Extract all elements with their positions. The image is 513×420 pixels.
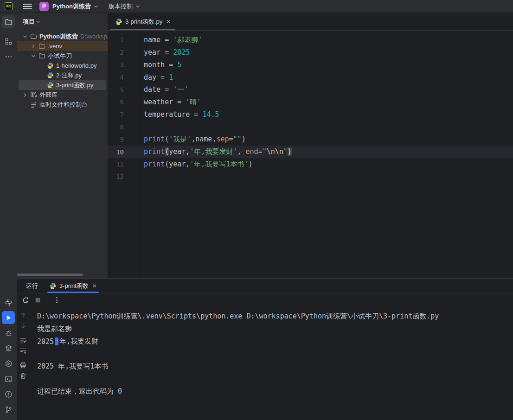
code-text: print(year,'年,我要发财', end="\n\n") — [143, 147, 292, 156]
problems-icon — [5, 390, 13, 398]
code-line-7[interactable]: 7temperature = 14.5 — [108, 108, 513, 121]
terminal-icon — [5, 375, 13, 383]
project-selector-label: Python训练营 — [52, 2, 91, 11]
line-number[interactable]: 1 — [108, 36, 143, 44]
line-number[interactable]: 8 — [108, 123, 143, 131]
code-line-9[interactable]: 9print('我是',name,sep="") — [108, 133, 513, 146]
run-panel: 运行 3-print函数 ✕ D:\workspace\Python训练营\.v… — [17, 278, 513, 420]
tree-item-3-print函数.py[interactable]: 3-print函数.py — [17, 80, 108, 90]
run-tab[interactable]: 3-print函数 ✕ — [45, 279, 102, 293]
run-tab-label: 3-print函数 — [59, 282, 89, 290]
print-button[interactable] — [18, 360, 28, 370]
tree-item-2-注释.py[interactable]: 2-注释.py — [17, 70, 108, 80]
rerun-button[interactable] — [20, 295, 31, 305]
chevron-spacer — [38, 62, 46, 70]
console-output[interactable]: D:\workspace\Python训练营\.venv\Scripts\pyt… — [30, 306, 513, 420]
tool-strip-top — [2, 15, 15, 65]
next-occurrence-button[interactable] — [18, 321, 28, 331]
line-number[interactable]: 5 — [108, 86, 143, 94]
run-toolbar — [17, 293, 513, 306]
chevron-down-icon[interactable] — [21, 33, 29, 40]
left-tool-strip — [0, 13, 17, 420]
stop-button[interactable] — [32, 295, 43, 305]
horizontal-scrollbar[interactable] — [17, 274, 83, 276]
tool-more-tools-button[interactable] — [2, 50, 15, 63]
tree-item-label: 小试牛刀 — [48, 52, 72, 60]
tree-item-Python训练营[interactable]: Python训练营D:\workspace\P — [17, 32, 108, 41]
code-line-12[interactable]: 12 — [108, 171, 513, 183]
play-icon — [5, 314, 13, 322]
code-line-6[interactable]: 6weather = '晴' — [108, 96, 513, 108]
chevron-right-icon[interactable] — [21, 91, 29, 99]
code-area[interactable]: 1name = '郝老狮'2year = 20253month = 54day … — [108, 31, 513, 278]
console-line — [37, 348, 513, 360]
console-line: 2025年,我要发财 — [37, 335, 513, 348]
code-text: weather = '晴' — [143, 98, 201, 107]
project-panel-title: 项目 — [23, 18, 35, 26]
tree-item-label: 临时文件和控制台 — [39, 101, 88, 109]
line-number[interactable]: 11 — [108, 160, 143, 168]
tool-version-control-button[interactable] — [2, 403, 15, 416]
scratch-icon — [29, 101, 38, 108]
code-line-1[interactable]: 1name = '郝老狮' — [108, 34, 513, 46]
tool-structure-button[interactable] — [2, 35, 15, 48]
editor-tab-bar: 3-print函数.py ✕ — [108, 13, 513, 31]
tool-project-button[interactable] — [2, 15, 15, 28]
tree-item-1-helloworld.py[interactable]: 1-helloworld.py — [17, 61, 108, 70]
git-icon — [5, 406, 13, 414]
vcs-menu[interactable]: 版本控制 — [109, 2, 141, 11]
tool-services-button[interactable] — [2, 342, 15, 355]
line-number[interactable]: 9 — [108, 136, 143, 143]
hexplay-icon — [5, 360, 13, 368]
code-line-11[interactable]: 11print(year,'年,我要写1本书') — [108, 158, 513, 171]
prev-occurrence-button[interactable] — [18, 310, 28, 320]
project-avatar[interactable]: P — [39, 2, 49, 11]
project-panel-header[interactable]: 项目 — [17, 16, 108, 28]
python-icon — [46, 82, 54, 89]
console-toolbar — [17, 306, 30, 420]
python-icon — [46, 62, 54, 70]
code-line-8[interactable]: 8 — [108, 121, 513, 134]
line-number[interactable]: 12 — [108, 173, 143, 180]
tool-terminal-button[interactable] — [2, 372, 15, 385]
code-line-3[interactable]: 3month = 5 — [108, 59, 513, 71]
run-panel-header: 运行 3-print函数 ✕ — [17, 279, 513, 293]
console-caret — [55, 337, 58, 345]
more-options-button[interactable] — [51, 295, 62, 305]
line-number[interactable]: 10 — [108, 148, 143, 156]
more-icon — [5, 53, 13, 61]
chevron-down-icon[interactable] — [29, 52, 38, 60]
tree-item-.venv[interactable]: .venv — [17, 41, 108, 51]
editor-tab[interactable]: 3-print函数.py ✕ — [110, 13, 175, 30]
line-number[interactable]: 2 — [108, 49, 143, 56]
tool-problems-button[interactable] — [2, 388, 15, 401]
pyconsole-icon — [5, 299, 13, 306]
close-icon[interactable]: ✕ — [166, 19, 171, 25]
tree-item-临时文件和控制台[interactable]: 临时文件和控制台 — [17, 100, 108, 109]
line-number[interactable]: 4 — [108, 74, 143, 81]
tool-python-console-button[interactable] — [2, 296, 15, 309]
main-menu-icon[interactable] — [23, 2, 32, 11]
clear-all-button[interactable] — [18, 371, 28, 381]
tool-run-button[interactable] — [2, 311, 15, 324]
project-selector[interactable]: Python训练营 — [52, 2, 99, 11]
code-line-2[interactable]: 2year = 2025 — [108, 46, 513, 59]
code-line-10[interactable]: 10print(year,'年,我要发财', end="\n\n") — [108, 146, 513, 158]
code-text: year = 2025 — [143, 48, 190, 57]
soft-wrap-button[interactable] — [18, 335, 28, 345]
chevron-right-icon[interactable] — [29, 43, 38, 50]
python-file-icon — [115, 18, 122, 25]
run-panel-title[interactable]: 运行 — [19, 279, 45, 293]
scroll-to-end-button[interactable] — [18, 346, 28, 356]
code-line-5[interactable]: 5date = '一' — [108, 83, 513, 96]
line-number[interactable]: 7 — [108, 111, 143, 118]
line-number[interactable]: 6 — [108, 98, 143, 106]
console-line: 我是郝老狮 — [37, 323, 513, 335]
code-line-4[interactable]: 4day = 1 — [108, 71, 513, 83]
tree-item-外部库[interactable]: 外部库 — [17, 90, 108, 100]
close-icon[interactable]: ✕ — [92, 283, 97, 289]
tool-debug-button[interactable] — [2, 326, 15, 339]
line-number[interactable]: 3 — [108, 61, 143, 69]
tree-item-小试牛刀[interactable]: 小试牛刀 — [17, 51, 108, 61]
tool-profiler-button[interactable] — [2, 357, 15, 370]
